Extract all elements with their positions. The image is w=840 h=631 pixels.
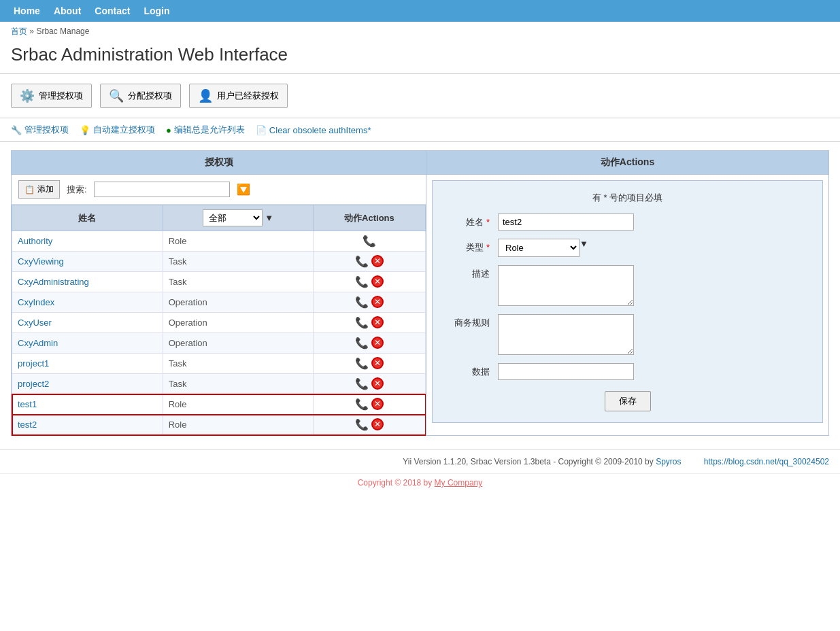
phone-icon[interactable]: 📞 [355, 296, 369, 309]
action-manage[interactable]: 🔧 管理授权项 [11, 124, 69, 136]
left-panel: 授权项 📋 添加 搜索: 🔽 姓名 全部 Role Task [11, 150, 426, 436]
name-required-star: * [486, 217, 490, 227]
phone-icon[interactable]: 📞 [355, 418, 369, 431]
phone-icon[interactable]: 📞 [355, 275, 369, 288]
auth-item-link[interactable]: CxyAdmin [18, 338, 58, 348]
circle-icon: ● [166, 125, 171, 135]
delete-icon[interactable]: ✕ [371, 275, 384, 288]
spyros-link[interactable]: Spyros [656, 457, 681, 466]
data-input[interactable] [498, 363, 634, 380]
type-cell: Role [163, 415, 313, 435]
type-select-arrow: ▼ [579, 239, 588, 249]
manage-auth-label: 管理授权项 [39, 90, 83, 102]
phone-icon[interactable]: 📞 [355, 337, 369, 349]
nav-home[interactable]: Home [14, 5, 40, 16]
delete-icon[interactable]: ✕ [371, 398, 384, 410]
type-select[interactable]: Role Task Operation [498, 239, 579, 257]
type-cell: Role [163, 394, 313, 415]
actions-cell: 📞✕ [313, 292, 425, 313]
save-button[interactable]: 保存 [605, 391, 651, 411]
actions-cell: 📞✕ [313, 252, 425, 272]
table-row: test2Role📞✕ [12, 415, 426, 435]
name-row: 姓名 * [443, 214, 811, 231]
phone-icon[interactable]: 📞 [355, 357, 369, 370]
actions-cell: 📞✕ [313, 272, 425, 292]
auth-table-body: AuthorityRole📞CxyViewingTask📞✕CxyAdminis… [12, 231, 426, 435]
type-cell: Task [163, 354, 313, 374]
manage-auth-btn[interactable]: ⚙️ 管理授权项 [11, 84, 92, 108]
desc-label: 描述 [443, 265, 498, 280]
actions-form: 有 * 号的项目必填 姓名 * 类型 * Role Task Operation [432, 180, 823, 423]
auth-item-link[interactable]: test1 [18, 399, 37, 409]
type-filter-select[interactable]: 全部 Role Task Operation [203, 209, 263, 226]
company-link[interactable]: My Company [435, 478, 483, 488]
filter-icon[interactable]: 🔽 [237, 183, 250, 196]
type-cell: Role [163, 231, 313, 252]
breadcrumb-home[interactable]: 首页 [11, 27, 27, 36]
col-actions: 动作Actions [313, 205, 425, 231]
assign-auth-btn[interactable]: 🔍 分配授权项 [100, 84, 181, 108]
biz-textarea[interactable] [498, 314, 634, 355]
breadcrumb-separator: » [29, 27, 34, 36]
assign-icon: 🔍 [109, 88, 124, 103]
add-button[interactable]: 📋 添加 [18, 180, 60, 199]
phone-icon[interactable]: 📞 [355, 316, 369, 329]
desc-textarea[interactable] [498, 265, 634, 306]
table-row: CxyIndexOperation📞✕ [12, 292, 426, 313]
phone-icon[interactable]: 📞 [355, 398, 369, 411]
gear-icon: ⚙️ [20, 88, 35, 103]
breadcrumb: 首页 » Srbac Manage [0, 22, 840, 41]
action-edit-allow[interactable]: ● 编辑总是允许列表 [166, 124, 245, 136]
delete-icon[interactable]: ✕ [371, 296, 384, 308]
user-auth-btn[interactable]: 👤 用户已经获授权 [189, 84, 288, 108]
delete-icon[interactable]: ✕ [371, 357, 384, 369]
phone-icon[interactable]: 📞 [355, 377, 369, 390]
table-row: CxyAdminOperation📞✕ [12, 333, 426, 354]
type-row: 类型 * Role Task Operation ▼ [443, 239, 811, 257]
biz-label: 商务规则 [443, 314, 498, 329]
top-navigation: Home About Contact Login [0, 0, 840, 22]
delete-icon[interactable]: ✕ [371, 418, 384, 430]
action-clear-obsolete[interactable]: 📄 Clear obsolete authItems* [256, 125, 371, 135]
delete-icon[interactable]: ✕ [371, 255, 384, 267]
search-input[interactable] [94, 182, 230, 197]
footer: Yii Version 1.1.20, Srbac Version 1.3bet… [0, 449, 840, 473]
action-auto-build[interactable]: 💡 自动建立授权项 [80, 124, 155, 136]
actions-cell: 📞✕ [313, 394, 425, 415]
table-row: CxyViewingTask📞✕ [12, 252, 426, 272]
nav-login[interactable]: Login [144, 5, 169, 16]
right-panel: 动作Actions 有 * 号的项目必填 姓名 * 类型 * Role Task [426, 150, 829, 436]
nav-contact[interactable]: Contact [95, 5, 130, 16]
auth-item-link[interactable]: project2 [18, 379, 49, 389]
phone-icon[interactable]: 📞 [355, 255, 369, 268]
auth-item-link[interactable]: CxyIndex [18, 297, 54, 307]
type-cell: Task [163, 272, 313, 292]
nav-about[interactable]: About [54, 5, 81, 16]
auth-item-link[interactable]: CxyAdministrating [18, 277, 89, 287]
main-content: 授权项 📋 添加 搜索: 🔽 姓名 全部 Role Task [0, 142, 840, 444]
table-row: AuthorityRole📞 [12, 231, 426, 252]
auth-item-link[interactable]: project1 [18, 358, 49, 369]
phone-icon[interactable]: 📞 [363, 235, 376, 248]
col-type: 全部 Role Task Operation ▼ [163, 205, 313, 231]
user-auth-label: 用户已经获授权 [217, 90, 279, 102]
auth-item-link[interactable]: CxyViewing [18, 256, 64, 267]
auth-item-link[interactable]: Authority [18, 236, 52, 246]
actions-cell: 📞✕ [313, 374, 425, 394]
delete-icon[interactable]: ✕ [371, 316, 384, 328]
delete-icon[interactable]: ✕ [371, 337, 384, 349]
type-cell: Operation [163, 333, 313, 354]
auth-item-link[interactable]: test2 [18, 420, 37, 430]
auth-item-link[interactable]: CxyUser [18, 318, 52, 328]
action-bar: 🔧 管理授权项 💡 自动建立授权项 ● 编辑总是允许列表 📄 Clear obs… [0, 118, 840, 142]
table-row: project2Task📞✕ [12, 374, 426, 394]
doc-icon: 📄 [256, 125, 267, 135]
page-title: Srbac Administration Web Interface [0, 41, 840, 74]
auth-table: 姓名 全部 Role Task Operation ▼ 动作Actions Au… [12, 205, 426, 435]
add-icon: 📋 [24, 185, 35, 194]
delete-icon[interactable]: ✕ [371, 377, 384, 390]
search-bar: 📋 添加 搜索: 🔽 [12, 175, 426, 205]
table-row: CxyAdministratingTask📞✕ [12, 272, 426, 292]
version-text: Yii Version 1.1.20, Srbac Version 1.3bet… [403, 457, 654, 466]
name-input[interactable] [498, 214, 634, 231]
